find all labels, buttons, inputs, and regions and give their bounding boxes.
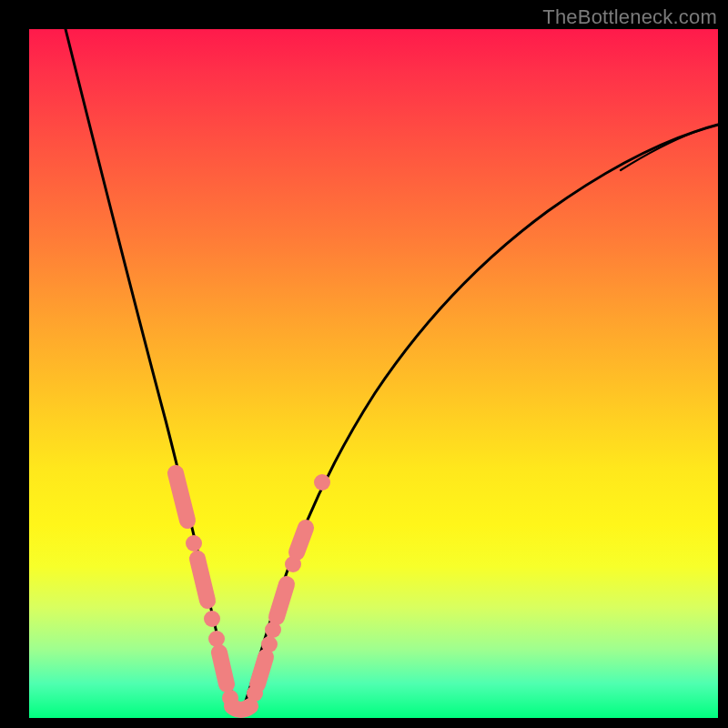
marker-run-trough xyxy=(232,706,250,710)
bottleneck-curve-left xyxy=(66,29,238,712)
chart-svg xyxy=(29,29,718,718)
marker-dot xyxy=(186,535,202,551)
bottleneck-curve-right-tail xyxy=(621,125,718,170)
marker-dot xyxy=(314,474,330,490)
markers-group xyxy=(176,473,330,710)
marker-dot xyxy=(208,631,225,647)
marker-dot xyxy=(261,636,278,652)
marker-run-right-low xyxy=(258,657,266,684)
marker-run-right-upper xyxy=(297,528,306,552)
marker-dot xyxy=(204,611,220,627)
marker-run-left-mid xyxy=(197,559,207,601)
marker-run-right-mid xyxy=(277,584,287,617)
marker-run-left-upper xyxy=(176,473,187,521)
chart-frame: TheBottleneck.com xyxy=(0,0,728,728)
curve-group xyxy=(66,29,718,712)
bottleneck-curve-right xyxy=(242,125,718,712)
watermark-text: TheBottleneck.com xyxy=(542,5,717,29)
marker-run-left-low xyxy=(219,652,227,684)
plot-area xyxy=(29,29,718,718)
